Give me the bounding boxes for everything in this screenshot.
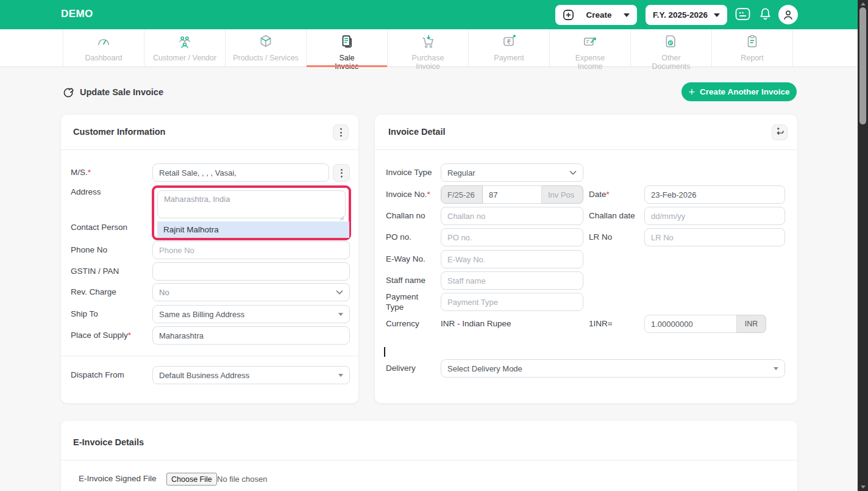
- address-textarea[interactable]: Maharashtra, India: [157, 190, 346, 218]
- edit-pencil-icon: [63, 86, 76, 101]
- rate-input[interactable]: [644, 315, 737, 333]
- people-icon: [177, 34, 193, 52]
- dispatch-from-select[interactable]: Default Business Address: [152, 366, 350, 384]
- rev-charge-label: Rev. Charge: [71, 283, 116, 301]
- delivery-placeholder: Select Delivery Mode: [447, 364, 522, 373]
- customer-information-card: Customer Information M/S.* Address Mahar…: [61, 115, 358, 403]
- gauge-icon: [96, 34, 112, 52]
- tab-label: Other Documents: [652, 54, 690, 71]
- top-bar: DEMO Create F.Y. 2025-2026: [0, 0, 858, 29]
- phone-input[interactable]: [152, 241, 350, 259]
- tab-label: Expense Income: [575, 54, 605, 71]
- caret-down-icon: [714, 13, 720, 17]
- date-label: Date*: [589, 185, 610, 204]
- lr-no-input[interactable]: [644, 228, 785, 246]
- brand-title: DEMO: [61, 8, 93, 20]
- place-of-supply-label: Place of Supply*: [71, 326, 131, 345]
- ms-input[interactable]: [152, 163, 329, 182]
- gstin-label: GSTIN / PAN: [71, 262, 119, 281]
- staff-name-input[interactable]: [441, 271, 583, 290]
- challan-date-label: Challan date: [589, 207, 635, 225]
- create-button[interactable]: Create: [555, 5, 637, 25]
- fiscal-year-label: F.Y. 2025-2026: [653, 10, 708, 20]
- dispatch-from-value: Default Business Address: [159, 371, 249, 380]
- autocomplete-suggestion-item[interactable]: Rajnit Malhotra: [157, 221, 349, 238]
- phone-label: Phone No: [71, 241, 107, 259]
- payment-type-input[interactable]: [441, 293, 583, 311]
- gstin-input[interactable]: [152, 262, 350, 281]
- po-no-input[interactable]: [441, 228, 583, 246]
- ship-to-select[interactable]: Same as Billing Address: [152, 305, 350, 323]
- tab-label: Purchase Invoice: [412, 54, 444, 71]
- tab-expense-income[interactable]: Expense Income: [550, 29, 631, 66]
- einvoice-card-title: E-Invoice Details: [73, 437, 144, 447]
- create-another-invoice-button[interactable]: + Create Another Invoice: [681, 82, 797, 101]
- invoice-no-input[interactable]: [483, 185, 542, 204]
- receipt-icon: [339, 34, 355, 52]
- divider: [61, 356, 358, 356]
- plus-square-icon: [563, 9, 574, 21]
- tab-report[interactable]: Report: [712, 29, 793, 66]
- scroll-down-arrow[interactable]: [861, 486, 866, 489]
- tab-label: Report: [741, 54, 764, 62]
- choose-file-button[interactable]: Choose File: [166, 473, 217, 486]
- customer-card-menu-button[interactable]: [333, 124, 349, 140]
- create-button-label: Create: [586, 10, 611, 20]
- address-highlight-box: Maharashtra, India Rajnit Malhotra: [152, 185, 351, 240]
- rev-charge-select[interactable]: No: [152, 283, 350, 301]
- eway-no-input[interactable]: [441, 250, 583, 268]
- text-caret: [384, 347, 385, 357]
- tab-dashboard[interactable]: Dashboard: [63, 29, 144, 66]
- vertical-scrollbar[interactable]: [858, 0, 868, 491]
- caret-down-icon: [338, 374, 343, 377]
- address-label: Address: [71, 183, 101, 201]
- divider: [61, 149, 358, 150]
- kebab-menu-icon: [341, 169, 343, 177]
- currency-label: Currency: [386, 315, 419, 333]
- app-window: DEMO Create F.Y. 2025-2026 Dashboard: [0, 0, 868, 491]
- po-no-label: PO no.: [386, 228, 411, 246]
- tab-products-services[interactable]: Products / Services: [226, 29, 307, 66]
- place-of-supply-input[interactable]: [152, 326, 350, 345]
- invoice-card-title: Invoice Detail: [388, 127, 445, 137]
- rate-label: 1INR=: [589, 315, 613, 333]
- divider: [61, 460, 797, 461]
- tab-label: Payment: [494, 54, 524, 62]
- invoice-detail-card: Invoice Detail Invoice Type Regular Invo…: [375, 115, 797, 403]
- tab-other-documents[interactable]: Other Documents: [631, 29, 712, 66]
- tab-sale-invoice[interactable]: Sale Invoice: [307, 29, 388, 66]
- invoice-type-label: Invoice Type: [386, 163, 432, 182]
- ship-to-label: Ship To: [71, 305, 98, 323]
- date-input[interactable]: [644, 185, 785, 204]
- cart-icon: [420, 34, 436, 52]
- fiscal-year-selector[interactable]: F.Y. 2025-2026: [646, 5, 727, 25]
- contact-person-label: Contact Person: [71, 218, 127, 237]
- user-avatar-icon[interactable]: [778, 5, 798, 24]
- challan-date-input[interactable]: [644, 207, 785, 225]
- invoice-no-label: Invoice No.*: [386, 185, 430, 204]
- caret-down-icon: [624, 13, 630, 17]
- return-plus-icon: [775, 126, 784, 138]
- scrollbar-thumb[interactable]: [859, 7, 866, 124]
- tab-payment[interactable]: Payment: [469, 29, 550, 66]
- file-status-text: No file chosen: [217, 473, 267, 486]
- challan-no-label: Challan no: [386, 207, 425, 225]
- delivery-select[interactable]: Select Delivery Mode: [441, 359, 785, 378]
- ms-menu-button[interactable]: [333, 164, 350, 182]
- tab-customer-vendor[interactable]: Customer / Vendor: [144, 29, 226, 66]
- keypad-icon[interactable]: [735, 7, 750, 24]
- staff-name-label: Staff name: [386, 271, 425, 290]
- kebab-menu-icon: [340, 128, 342, 137]
- invoice-type-select[interactable]: Regular: [441, 163, 583, 182]
- challan-no-input[interactable]: [441, 207, 583, 225]
- tab-label: Customer / Vendor: [153, 54, 216, 62]
- invoice-reset-button[interactable]: [772, 124, 788, 140]
- chevron-down-icon: [336, 290, 343, 295]
- chevron-down-icon: [569, 170, 577, 175]
- divider: [375, 149, 797, 150]
- ms-label: M/S.*: [71, 163, 91, 182]
- bell-icon[interactable]: [758, 7, 772, 24]
- tab-purchase-invoice[interactable]: Purchase Invoice: [388, 29, 469, 66]
- caret-down-icon: [774, 367, 778, 370]
- scroll-up-arrow[interactable]: [861, 2, 866, 5]
